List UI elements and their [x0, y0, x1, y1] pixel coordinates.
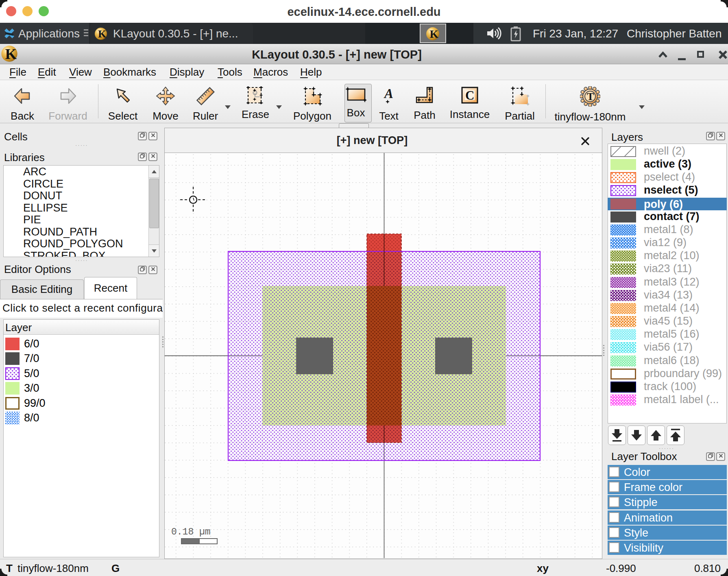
svg-text:K: K — [430, 28, 439, 40]
svg-text:0.18 µm: 0.18 µm — [171, 527, 211, 537]
svg-text:K: K — [98, 28, 107, 40]
svg-text:T: T — [587, 91, 594, 103]
svg-text:A: A — [384, 86, 393, 101]
svg-text:C: C — [465, 88, 474, 103]
